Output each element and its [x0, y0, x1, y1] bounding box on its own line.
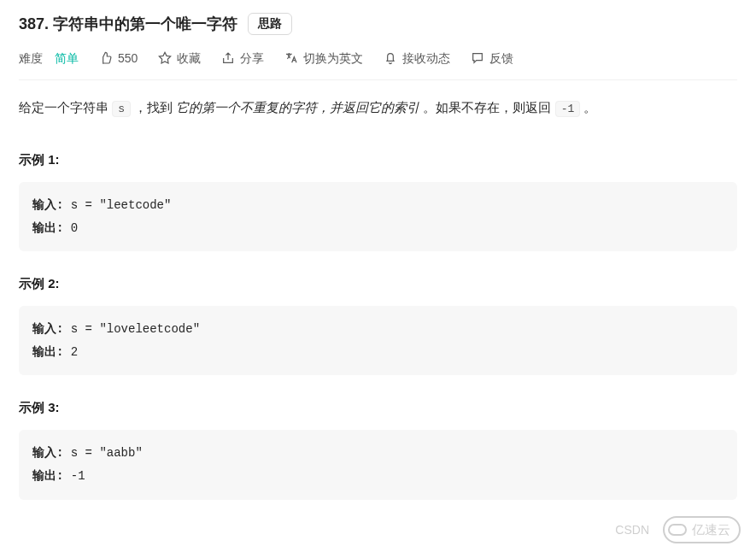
share-label: 分享 [240, 49, 264, 68]
toolbar: 难度 简单 550 收藏 分享 切换为英文 接收动态 反馈 [19, 49, 737, 80]
problem-number: 387. [19, 15, 49, 32]
code-inline-neg1: -1 [555, 101, 581, 117]
input-label: 输入: [32, 198, 63, 212]
output-value: 2 [63, 345, 78, 359]
translate-label: 切换为英文 [303, 49, 363, 68]
desc-text: 。 [580, 100, 596, 115]
share-icon [221, 51, 235, 65]
translate-icon [284, 51, 298, 65]
output-label: 输出: [32, 345, 63, 359]
desc-text: 给定一个字符串 [19, 100, 112, 115]
example-code: 输入: s = "leetcode" 输出: 0 [19, 182, 737, 251]
input-value: s = "loveleetcode" [63, 322, 200, 336]
problem-name: 字符串中的第一个唯一字符 [53, 15, 237, 32]
share-button[interactable]: 分享 [221, 49, 264, 68]
example-code: 输入: s = "aabb" 输出: -1 [19, 430, 737, 499]
translate-button[interactable]: 切换为英文 [284, 49, 363, 68]
bell-icon [384, 51, 397, 65]
favorite-label: 收藏 [177, 49, 201, 68]
input-value: s = "aabb" [63, 446, 142, 460]
subscribe-button[interactable]: 接收动态 [384, 49, 450, 68]
watermark-csdn: CSDN [615, 520, 649, 522]
feedback-label: 反馈 [489, 49, 513, 68]
difficulty: 难度 简单 [19, 49, 79, 68]
example-title: 示例 3: [19, 397, 737, 418]
hint-button[interactable]: 思路 [248, 13, 292, 35]
favorite-button[interactable]: 收藏 [158, 49, 201, 68]
example-code: 输入: s = "loveleetcode" 输出: 2 [19, 306, 737, 375]
output-label: 输出: [32, 221, 63, 235]
watermark-text: 亿速云 [692, 520, 730, 522]
like-count: 550 [118, 49, 138, 68]
subscribe-label: 接收动态 [402, 49, 450, 68]
desc-text: 。如果不存在，则返回 [419, 100, 554, 115]
difficulty-label: 难度 [19, 51, 43, 65]
thumbs-up-icon [99, 51, 113, 65]
problem-description: 给定一个字符串 s ，找到 它的第一个不重复的字符，并返回它的索引 。如果不存在… [19, 97, 737, 119]
problem-title: 387. 字符串中的第一个唯一字符 [19, 12, 237, 37]
input-label: 输入: [32, 446, 63, 460]
code-inline-s: s [112, 101, 131, 117]
example-title: 示例 2: [19, 273, 737, 294]
difficulty-value: 简单 [55, 51, 79, 65]
feedback-button[interactable]: 反馈 [471, 49, 513, 68]
example-2: 示例 2: 输入: s = "loveleetcode" 输出: 2 [19, 273, 737, 375]
problem-header: 387. 字符串中的第一个唯一字符 思路 [19, 12, 737, 37]
star-icon [158, 51, 172, 65]
input-label: 输入: [32, 322, 63, 336]
example-1: 示例 1: 输入: s = "leetcode" 输出: 0 [19, 150, 737, 251]
watermark: CSDN 亿速云 [615, 516, 741, 522]
example-3: 示例 3: 输入: s = "aabb" 输出: -1 [19, 397, 737, 499]
desc-text: ，找到 [131, 100, 176, 115]
watermark-yisuyun: 亿速云 [663, 516, 741, 522]
comment-icon [471, 51, 484, 65]
output-value: -1 [63, 469, 85, 483]
output-value: 0 [63, 221, 78, 235]
desc-italic: 它的第一个不重复的字符，并返回它的索引 [176, 100, 419, 115]
like-button[interactable]: 550 [99, 49, 138, 68]
example-title: 示例 1: [19, 150, 737, 170]
input-value: s = "leetcode" [63, 198, 171, 212]
output-label: 输出: [32, 469, 63, 483]
